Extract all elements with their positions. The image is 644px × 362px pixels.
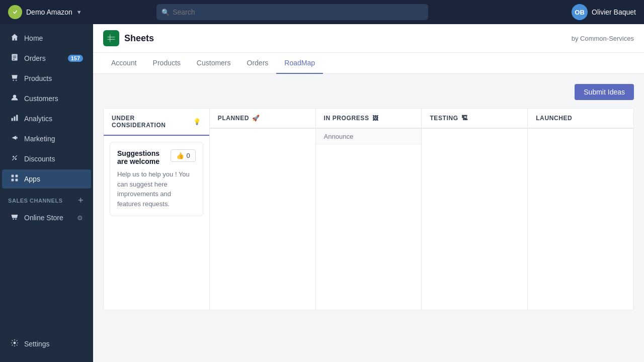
sidebar-settings-label: Settings: [24, 340, 50, 348]
svg-point-21: [14, 342, 16, 344]
main-layout: Home Orders 157 Products Customers: [0, 24, 644, 362]
svg-rect-17: [12, 179, 14, 182]
planned-label: PLANNED: [218, 115, 249, 122]
under-consideration-label: UNDER CONSIDERATION: [112, 115, 190, 129]
sidebar-item-analytics[interactable]: Analytics: [2, 109, 91, 128]
sheets-icon: [103, 30, 119, 46]
roadmap-col-planned-content: [210, 129, 315, 141]
search-container: 🔍: [156, 4, 428, 20]
roadmap-col-under-consideration-content: Suggestions are welcome 👍 0 Help us to h…: [104, 136, 209, 227]
svg-point-20: [15, 219, 16, 220]
svg-rect-18: [16, 179, 18, 182]
sales-channels-label: SALES CHANNELS: [8, 198, 63, 204]
sidebar-item-marketing-label: Marketing: [24, 135, 55, 143]
thumbs-up-icon: 👍: [176, 152, 184, 159]
app-name: Sheets: [124, 33, 154, 44]
roadmap-col-launched: LAUNCHED: [528, 109, 633, 310]
sales-channels-section: SALES CHANNELS ＋: [0, 189, 93, 208]
sidebar: Home Orders 157 Products Customers: [0, 24, 93, 362]
svg-rect-16: [16, 175, 18, 177]
launched-label: LAUNCHED: [536, 115, 572, 122]
testing-label: TESTING: [430, 115, 458, 122]
svg-rect-11: [16, 137, 17, 138]
svg-point-7: [13, 95, 16, 98]
app-credits: by Common-Services: [572, 35, 634, 42]
tab-account[interactable]: Account: [103, 53, 145, 74]
sidebar-item-home[interactable]: Home: [2, 29, 91, 48]
vote-count: 0: [187, 152, 190, 159]
avatar: OB: [572, 4, 588, 20]
sidebar-item-marketing[interactable]: Marketing: [2, 129, 91, 148]
suggestion-card-body: Help us to help you ! You can suggest he…: [117, 169, 196, 209]
roadmap-col-under-consideration: UNDER CONSIDERATION 💡 Suggestions are we…: [104, 109, 210, 310]
roadmap-col-testing: TESTING 🏗: [422, 109, 528, 310]
submit-ideas-button[interactable]: Submit Ideas: [575, 84, 634, 100]
app-title: Sheets: [103, 30, 154, 46]
sidebar-item-customers-label: Customers: [24, 95, 58, 103]
testing-emoji: 🏗: [461, 115, 468, 122]
svg-point-0: [12, 9, 19, 16]
svg-point-6: [16, 79, 17, 80]
home-icon: [10, 33, 19, 43]
roadmap-col-planned-header: PLANNED 🚀: [210, 109, 315, 129]
sidebar-item-discounts[interactable]: Discounts: [2, 149, 91, 168]
sidebar-item-products[interactable]: Products: [2, 69, 91, 88]
sidebar-item-online-store[interactable]: Online Store ⚙: [2, 208, 91, 227]
tab-products[interactable]: Products: [145, 53, 189, 74]
sidebar-item-apps[interactable]: Apps: [2, 169, 91, 189]
sidebar-item-home-label: Home: [24, 34, 43, 42]
add-sales-channel-icon[interactable]: ＋: [76, 195, 85, 206]
sidebar-item-customers[interactable]: Customers: [2, 89, 91, 108]
roadmap-board: UNDER CONSIDERATION 💡 Suggestions are we…: [103, 108, 634, 310]
roadmap-col-in-progress-header: IN PROGRESS 🖼: [316, 109, 422, 129]
svg-rect-10: [16, 115, 18, 121]
suggestion-card-title: Suggestions are welcome: [117, 149, 171, 165]
search-input[interactable]: [156, 4, 428, 20]
orders-icon: [10, 53, 19, 63]
svg-point-5: [13, 79, 14, 80]
tab-orders[interactable]: Orders: [239, 53, 277, 74]
online-store-icon: [10, 213, 19, 223]
suggestion-card: Suggestions are welcome 👍 0 Help us to h…: [110, 142, 203, 216]
svg-rect-22: [108, 35, 115, 42]
tab-roadmap[interactable]: RoadMap: [276, 53, 323, 74]
planned-emoji: 🚀: [252, 115, 260, 122]
orders-badge: 157: [68, 55, 83, 62]
sidebar-item-discounts-label: Discounts: [24, 155, 55, 163]
tab-customers[interactable]: Customers: [189, 53, 239, 74]
roadmap-col-launched-content: [528, 129, 633, 141]
roadmap-col-in-progress-content: [316, 145, 422, 157]
main-content: Sheets by Common-Services Account Produc…: [93, 24, 644, 362]
content-area: Submit Ideas UNDER CONSIDERATION 💡 Sugge…: [93, 74, 644, 362]
sidebar-item-online-store-label: Online Store: [24, 214, 63, 222]
products-icon: [10, 73, 19, 83]
sidebar-bottom: Settings: [0, 330, 93, 358]
roadmap-col-under-consideration-header: UNDER CONSIDERATION 💡: [104, 109, 209, 136]
roadmap-col-planned: PLANNED 🚀: [210, 109, 316, 310]
apps-icon: [10, 174, 19, 184]
sidebar-item-apps-label: Apps: [24, 175, 40, 183]
discounts-icon: [10, 154, 19, 164]
analytics-icon: [10, 114, 19, 124]
sidebar-item-settings[interactable]: Settings: [2, 334, 91, 353]
sidebar-item-orders[interactable]: Orders 157: [2, 49, 91, 68]
in-progress-emoji: 🖼: [372, 115, 379, 122]
brand-name: Demo Amazon: [26, 8, 72, 16]
vote-button[interactable]: 👍 0: [171, 149, 196, 162]
svg-rect-8: [12, 118, 13, 121]
search-icon: 🔍: [162, 9, 170, 16]
user-menu[interactable]: OB Olivier Baquet: [572, 4, 636, 20]
svg-point-13: [15, 158, 17, 160]
online-store-settings-icon[interactable]: ⚙: [77, 214, 83, 222]
app-header: Sheets by Common-Services: [93, 24, 644, 53]
svg-rect-15: [12, 175, 14, 177]
suggestion-card-header: Suggestions are welcome 👍 0: [117, 149, 196, 165]
brand-logo[interactable]: Demo Amazon ▼: [8, 5, 82, 19]
svg-point-19: [13, 219, 14, 220]
sidebar-item-products-label: Products: [24, 74, 52, 82]
top-navigation: Demo Amazon ▼ 🔍 OB Olivier Baquet: [0, 0, 644, 24]
app-tabs: Account Products Customers Orders RoadMa…: [93, 53, 644, 74]
under-consideration-emoji: 💡: [193, 118, 201, 125]
settings-icon: [10, 339, 19, 349]
user-name: Olivier Baquet: [592, 8, 636, 16]
